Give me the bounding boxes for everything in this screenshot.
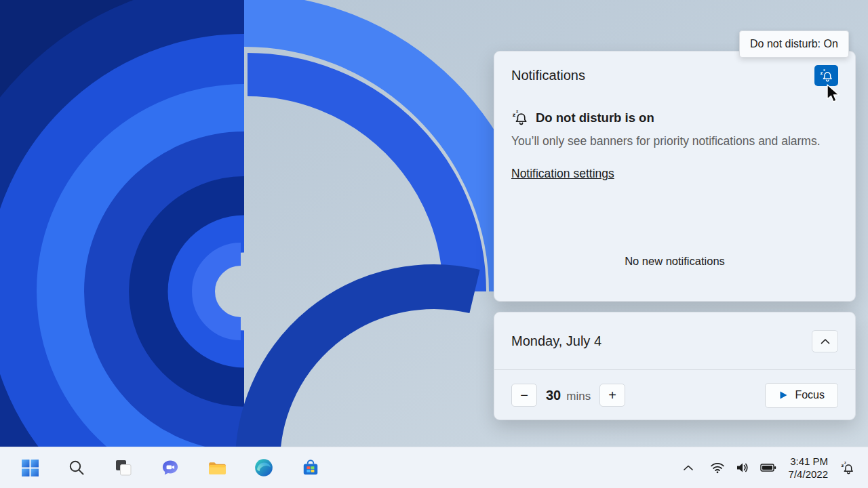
focus-increase-button[interactable]: + [599,384,625,407]
taskbar-store-button[interactable] [295,452,326,483]
taskbar-task-view-button[interactable] [108,452,139,483]
taskbar-start-button[interactable] [14,452,45,483]
taskbar-file-explorer-button[interactable] [201,452,233,483]
calendar-date-label: Monday, July 4 [511,333,601,349]
play-icon [778,390,788,400]
calendar-panel: Monday, July 4 − 30 mins + Focus [494,312,856,420]
focus-duration-unit: mins [566,390,591,403]
taskbar-chat-button[interactable] [155,452,186,483]
taskbar-edge-button[interactable] [248,452,279,483]
focus-start-button[interactable]: Focus [765,383,838,408]
focus-session-row: − 30 mins + Focus [494,370,855,420]
volume-button[interactable] [731,454,754,481]
calendar-collapse-button[interactable] [812,330,838,352]
dnd-status-description: You’ll only see banners for priority not… [511,131,831,151]
focus-duration: 30 mins [546,388,591,403]
clock-date: 7/4/2022 [789,468,828,481]
chevron-up-icon [821,338,830,344]
focus-decrease-button[interactable]: − [511,384,537,407]
notification-settings-link[interactable]: Notification settings [511,167,614,181]
edge-icon [254,458,273,477]
windows-logo-icon [21,459,39,477]
task-view-icon [115,459,132,476]
dnd-tooltip: Do not disturb: On [739,30,849,58]
taskbar: 3:41 PM 7/4/2022 [0,447,868,488]
notification-bell-button[interactable] [835,454,859,481]
store-icon [301,458,320,477]
focus-button-label: Focus [795,389,825,401]
chat-icon [161,458,180,477]
do-not-disturb-toggle-button[interactable] [814,65,838,86]
notifications-panel: Notifications Do not disturb is on You’l… [494,51,856,302]
chevron-up-icon [683,464,694,471]
notifications-title: Notifications [511,68,585,83]
battery-button[interactable] [755,454,781,481]
desktop: z z Do not disturb: On [0,0,868,488]
bell-zz-icon [511,109,528,126]
taskbar-clock[interactable]: 3:41 PM 7/4/2022 [783,454,834,481]
wifi-button[interactable] [705,454,730,481]
wifi-icon [710,462,725,474]
bell-zz-icon [819,68,833,83]
taskbar-search-button[interactable] [61,452,92,483]
no-notifications-message: No new notifications [494,255,855,268]
search-icon [68,459,85,476]
battery-icon [760,463,776,472]
mouse-cursor [826,84,842,104]
focus-duration-value: 30 [546,388,561,403]
volume-icon [736,462,749,474]
show-hidden-icons-button[interactable] [678,454,698,481]
system-tray: 3:41 PM 7/4/2022 [678,454,868,481]
folder-icon [208,458,227,478]
bell-zz-icon [840,461,854,475]
clock-time: 3:41 PM [790,455,828,468]
taskbar-app-icons [0,452,326,483]
dnd-status-heading: Do not disturb is on [536,110,654,125]
